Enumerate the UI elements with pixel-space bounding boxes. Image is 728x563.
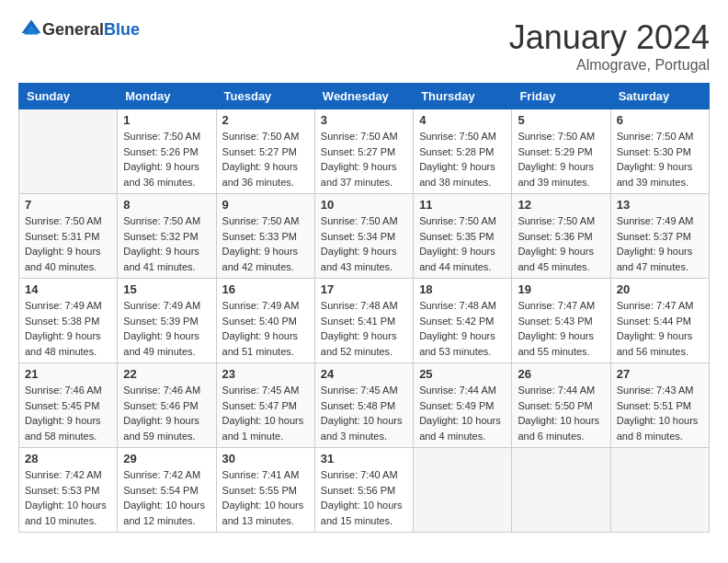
day-number: 31 — [321, 452, 407, 465]
day-cell — [19, 109, 118, 194]
header-day-sunday: Sunday — [19, 84, 118, 109]
day-number: 9 — [222, 198, 309, 212]
day-number: 20 — [617, 282, 703, 296]
header-day-wednesday: Wednesday — [314, 84, 413, 109]
day-cell: 27Sunrise: 7:43 AMSunset: 5:51 PMDayligh… — [610, 363, 709, 448]
day-number: 2 — [222, 113, 309, 127]
day-number: 28 — [25, 452, 111, 465]
day-cell: 12Sunrise: 7:50 AMSunset: 5:36 PMDayligh… — [512, 194, 610, 279]
day-number: 27 — [617, 367, 703, 381]
day-cell: 13Sunrise: 7:49 AMSunset: 5:37 PMDayligh… — [610, 194, 709, 279]
day-number: 24 — [321, 367, 407, 381]
day-number: 30 — [222, 452, 309, 465]
day-cell: 31Sunrise: 7:40 AMSunset: 5:56 PMDayligh… — [314, 448, 413, 533]
day-info: Sunrise: 7:44 AMSunset: 5:50 PMDaylight:… — [518, 383, 604, 443]
day-info: Sunrise: 7:41 AMSunset: 5:55 PMDaylight:… — [222, 467, 309, 528]
day-number: 17 — [321, 282, 407, 296]
day-number: 4 — [419, 113, 506, 127]
day-info: Sunrise: 7:50 AMSunset: 5:30 PMDaylight:… — [617, 129, 703, 190]
day-info: Sunrise: 7:46 AMSunset: 5:45 PMDaylight:… — [25, 383, 111, 443]
day-number: 14 — [25, 282, 111, 296]
logo-blue: Blue — [104, 20, 140, 39]
day-info: Sunrise: 7:45 AMSunset: 5:48 PMDaylight:… — [321, 383, 407, 443]
day-cell: 25Sunrise: 7:44 AMSunset: 5:49 PMDayligh… — [414, 363, 512, 448]
day-number: 1 — [123, 113, 210, 127]
day-info: Sunrise: 7:50 AMSunset: 5:27 PMDaylight:… — [321, 129, 407, 190]
location: Almograve, Portugal — [509, 57, 710, 74]
day-info: Sunrise: 7:48 AMSunset: 5:42 PMDaylight:… — [419, 298, 506, 359]
day-info: Sunrise: 7:42 AMSunset: 5:54 PMDaylight:… — [123, 467, 210, 528]
day-cell: 4Sunrise: 7:50 AMSunset: 5:28 PMDaylight… — [414, 109, 512, 194]
day-info: Sunrise: 7:49 AMSunset: 5:37 PMDaylight:… — [617, 213, 703, 274]
calendar-table: SundayMondayTuesdayWednesdayThursdayFrid… — [18, 83, 710, 533]
week-row-5: 28Sunrise: 7:42 AMSunset: 5:53 PMDayligh… — [19, 448, 710, 533]
day-info: Sunrise: 7:49 AMSunset: 5:38 PMDaylight:… — [25, 298, 111, 359]
day-info: Sunrise: 7:50 AMSunset: 5:32 PMDaylight:… — [123, 213, 210, 274]
day-number: 29 — [123, 452, 210, 465]
title-section: January 2024 Almograve, Portugal — [509, 18, 710, 74]
logo-icon — [20, 18, 42, 40]
day-cell: 7Sunrise: 7:50 AMSunset: 5:31 PMDaylight… — [19, 194, 118, 279]
day-info: Sunrise: 7:50 AMSunset: 5:34 PMDaylight:… — [321, 213, 407, 274]
day-info: Sunrise: 7:45 AMSunset: 5:47 PMDaylight:… — [222, 383, 309, 443]
day-number: 5 — [518, 113, 604, 127]
day-cell: 2Sunrise: 7:50 AMSunset: 5:27 PMDaylight… — [216, 109, 314, 194]
header-day-monday: Monday — [118, 84, 216, 109]
logo-general: General — [42, 20, 104, 39]
day-number: 3 — [321, 113, 407, 127]
day-cell: 5Sunrise: 7:50 AMSunset: 5:29 PMDaylight… — [512, 109, 610, 194]
header-day-friday: Friday — [512, 84, 610, 109]
day-cell: 20Sunrise: 7:47 AMSunset: 5:44 PMDayligh… — [610, 279, 709, 363]
day-cell: 1Sunrise: 7:50 AMSunset: 5:26 PMDaylight… — [118, 109, 216, 194]
day-cell — [414, 448, 512, 533]
day-info: Sunrise: 7:49 AMSunset: 5:39 PMDaylight:… — [123, 298, 210, 359]
logo: GeneralBlue — [18, 18, 140, 40]
week-row-1: 1Sunrise: 7:50 AMSunset: 5:26 PMDaylight… — [19, 109, 710, 194]
day-cell: 16Sunrise: 7:49 AMSunset: 5:40 PMDayligh… — [216, 279, 314, 363]
day-number: 22 — [123, 367, 210, 381]
day-info: Sunrise: 7:47 AMSunset: 5:44 PMDaylight:… — [617, 298, 703, 359]
day-number: 8 — [123, 198, 210, 212]
day-info: Sunrise: 7:42 AMSunset: 5:53 PMDaylight:… — [25, 467, 111, 528]
day-cell: 6Sunrise: 7:50 AMSunset: 5:30 PMDaylight… — [610, 109, 709, 194]
day-cell: 9Sunrise: 7:50 AMSunset: 5:33 PMDaylight… — [216, 194, 314, 279]
day-number: 11 — [419, 198, 506, 212]
day-number: 19 — [518, 282, 604, 296]
day-cell: 8Sunrise: 7:50 AMSunset: 5:32 PMDaylight… — [118, 194, 216, 279]
day-cell: 15Sunrise: 7:49 AMSunset: 5:39 PMDayligh… — [118, 279, 216, 363]
day-info: Sunrise: 7:50 AMSunset: 5:27 PMDaylight:… — [222, 129, 309, 190]
page-header: GeneralBlue January 2024 Almograve, Port… — [18, 18, 710, 74]
day-cell: 14Sunrise: 7:49 AMSunset: 5:38 PMDayligh… — [19, 279, 118, 363]
day-cell: 28Sunrise: 7:42 AMSunset: 5:53 PMDayligh… — [19, 448, 118, 533]
day-cell — [512, 448, 610, 533]
day-cell: 29Sunrise: 7:42 AMSunset: 5:54 PMDayligh… — [118, 448, 216, 533]
day-cell: 23Sunrise: 7:45 AMSunset: 5:47 PMDayligh… — [216, 363, 314, 448]
day-info: Sunrise: 7:50 AMSunset: 5:36 PMDaylight:… — [518, 213, 604, 274]
day-info: Sunrise: 7:50 AMSunset: 5:31 PMDaylight:… — [25, 213, 111, 274]
day-cell: 11Sunrise: 7:50 AMSunset: 5:35 PMDayligh… — [414, 194, 512, 279]
day-info: Sunrise: 7:50 AMSunset: 5:26 PMDaylight:… — [123, 129, 210, 190]
day-cell: 24Sunrise: 7:45 AMSunset: 5:48 PMDayligh… — [314, 363, 413, 448]
day-info: Sunrise: 7:40 AMSunset: 5:56 PMDaylight:… — [321, 467, 407, 528]
day-info: Sunrise: 7:43 AMSunset: 5:51 PMDaylight:… — [617, 383, 703, 443]
day-info: Sunrise: 7:50 AMSunset: 5:28 PMDaylight:… — [419, 129, 506, 190]
day-number: 21 — [25, 367, 111, 381]
header-day-thursday: Thursday — [414, 84, 512, 109]
day-cell: 21Sunrise: 7:46 AMSunset: 5:45 PMDayligh… — [19, 363, 118, 448]
day-number: 18 — [419, 282, 506, 296]
day-number: 16 — [222, 282, 309, 296]
day-cell: 26Sunrise: 7:44 AMSunset: 5:50 PMDayligh… — [512, 363, 610, 448]
day-cell: 19Sunrise: 7:47 AMSunset: 5:43 PMDayligh… — [512, 279, 610, 363]
day-number: 26 — [518, 367, 604, 381]
day-info: Sunrise: 7:47 AMSunset: 5:43 PMDaylight:… — [518, 298, 604, 359]
day-info: Sunrise: 7:46 AMSunset: 5:46 PMDaylight:… — [123, 383, 210, 443]
header-day-tuesday: Tuesday — [216, 84, 314, 109]
day-cell: 30Sunrise: 7:41 AMSunset: 5:55 PMDayligh… — [216, 448, 314, 533]
week-row-3: 14Sunrise: 7:49 AMSunset: 5:38 PMDayligh… — [19, 279, 710, 363]
day-number: 25 — [419, 367, 506, 381]
day-cell: 22Sunrise: 7:46 AMSunset: 5:46 PMDayligh… — [118, 363, 216, 448]
day-number: 23 — [222, 367, 309, 381]
day-cell: 10Sunrise: 7:50 AMSunset: 5:34 PMDayligh… — [314, 194, 413, 279]
day-info: Sunrise: 7:49 AMSunset: 5:40 PMDaylight:… — [222, 298, 309, 359]
day-cell: 18Sunrise: 7:48 AMSunset: 5:42 PMDayligh… — [414, 279, 512, 363]
